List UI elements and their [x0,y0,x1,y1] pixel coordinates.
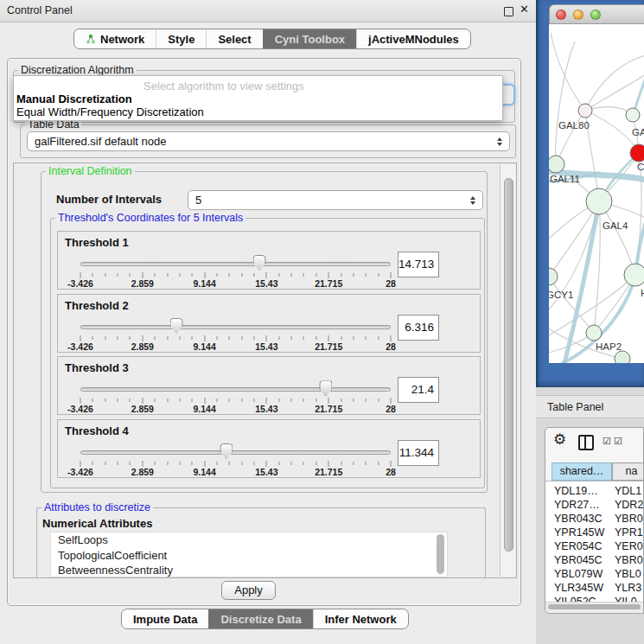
edge[interactable] [549,277,594,333]
node-label: GCY1 [549,290,573,300]
column-header-1[interactable]: shared… [552,462,612,481]
network-node[interactable] [586,325,602,341]
tick-label: 9.144 [193,467,215,477]
network-node[interactable] [549,156,564,173]
network-canvas[interactable]: GAL80GACGAL11GAL4GCY1HHAP2 [549,24,644,363]
tick-label: -3.426 [67,404,93,414]
settings-scrollpane: Interval Definition Number of Intervals … [13,163,517,578]
tab-cyni-toolbox[interactable]: Cyni Toolbox [263,29,356,48]
slider-thumb[interactable] [220,443,233,459]
attribute-item[interactable]: TopologicalCoefficient [51,548,447,564]
table-row[interactable]: YBR043CYBR0 [545,513,644,526]
edge[interactable] [551,33,585,111]
numerical-attributes-list[interactable]: SelfLoopsTopologicalCoefficientBetweenne… [50,532,448,577]
threshold-slider[interactable] [80,318,391,334]
threshold-panel-3: Threshold 3-3.4262.8599.14415.4321.71528… [57,356,481,415]
table-row[interactable]: YDL19…YDL1 [545,485,644,499]
network-node[interactable] [626,108,640,122]
thresholds-group: Threshold's Coordinates for 5 Intervals … [50,218,485,488]
network-window-titlebar[interactable] [549,4,644,24]
network-node[interactable] [586,188,612,214]
slider-ticks [80,335,391,341]
cell-name: YBR0 [615,513,643,525]
table-data-combobox[interactable]: galFiltered.sif default node [27,131,510,151]
pane-scrollbar-track[interactable] [500,164,515,577]
edge[interactable] [556,111,585,164]
zoom-traffic-light[interactable] [590,10,601,20]
float-window-icon[interactable] [504,7,513,16]
tab-style[interactable]: Style [156,29,206,48]
num-intervals-combobox[interactable]: 5 [188,190,483,210]
column-header-2[interactable]: na [612,462,644,481]
threshold-value-field[interactable]: 11.344 [398,440,439,466]
tab-select[interactable]: Select [206,29,262,48]
close-icon[interactable]: ✕ [520,3,529,16]
minimize-traffic-light[interactable] [573,10,583,20]
network-node[interactable] [549,268,558,285]
node-label: GAL4 [603,220,628,231]
horizontal-scrollbar-thumb[interactable] [548,604,641,609]
tab-jactivemnodules[interactable]: jActiveMNodules [356,29,470,48]
network-node[interactable] [578,104,592,118]
tick-label: 28 [386,467,396,477]
tab-network[interactable]: Network [74,29,156,48]
tab-discretize-data[interactable]: Discretize Data [208,609,312,628]
cell-name: YBR0 [615,554,643,566]
network-node[interactable] [615,351,630,363]
gear-icon[interactable]: ⚙ [553,430,566,448]
threshold-value-field[interactable]: 6.316 [398,315,439,341]
attribute-item[interactable]: BetweennessCentrality [51,563,447,577]
checkbox-icon[interactable]: ☑ [614,436,622,447]
combo-spinner-icon[interactable] [470,196,475,205]
network-node[interactable] [630,144,644,162]
cell-shared-name: YBL079W [554,568,603,580]
table-row[interactable]: YDR27…YDR2 [545,499,644,513]
close-traffic-light[interactable] [556,10,566,20]
pane-scrollbar-thumb[interactable] [504,178,513,552]
horizontal-scrollbar[interactable] [545,602,644,612]
algorithm-hint: Select algorithm to view settings [14,80,434,92]
threshold-label: Threshold 4 [65,424,129,437]
slider-thumb[interactable] [319,380,332,396]
table-row[interactable]: YPR145WYPR1 [545,526,644,540]
slider-thumb[interactable] [253,255,266,271]
edge[interactable] [585,55,644,111]
threshold-slider[interactable] [80,380,391,396]
node-label: C [637,162,644,172]
slider-track[interactable] [80,262,391,266]
list-scrollbar[interactable] [437,534,444,574]
tab-impute-data[interactable]: Impute Data [122,609,208,628]
threshold-slider[interactable] [80,443,391,459]
network-view-window: GAL80GACGAL11GAL4GCY1HHAP2 [536,0,644,387]
network-node[interactable] [624,264,644,286]
attribute-item[interactable]: SelfLoops [51,532,447,548]
threshold-value-field[interactable]: 14.713 [398,252,439,277]
algorithm-option-equal-width[interactable]: Equal Width/Frequency Discretization [16,105,204,118]
tick-label: 28 [386,404,396,414]
tick-label: 21.715 [315,467,342,477]
attributes-group: Attributes to discretize Numerical Attri… [36,507,486,578]
threshold-panel-4: Threshold 4-3.4262.8599.14415.4321.71528… [57,419,481,478]
table-row[interactable]: YBR045CYBR0 [545,554,644,568]
slider-tick-labels: -3.4262.8599.14415.4321.71528 [80,467,391,477]
checkbox-icon[interactable]: ☑ [603,436,611,447]
algorithm-option-manual[interactable]: Manual Discretization [16,92,132,105]
tab-infer-network[interactable]: Infer Network [313,609,408,628]
slider-ticks [80,272,391,278]
table-row[interactable]: YLR345WYLR3 [545,582,644,596]
threshold-value-field[interactable]: 21.4 [398,377,439,403]
threshold-label: Threshold 3 [65,361,129,374]
slider-thumb[interactable] [170,318,183,334]
slider-track[interactable] [80,450,391,455]
table-row[interactable]: YER054CYER0 [545,540,644,554]
combo-spinner-icon[interactable] [497,137,502,146]
table-data-value: galFiltered.sif default node [35,135,166,148]
split-columns-icon[interactable] [578,435,594,450]
apply-button[interactable]: Apply [221,581,276,600]
table-row[interactable]: YBL079WYBL0 [545,568,644,582]
network-graph[interactable]: GAL80GACGAL11GAL4GCY1HHAP2 [549,24,644,363]
threshold-slider[interactable] [80,255,391,271]
tick-label: 21.715 [315,404,342,414]
slider-track[interactable] [80,387,391,392]
slider-track[interactable] [80,325,391,329]
